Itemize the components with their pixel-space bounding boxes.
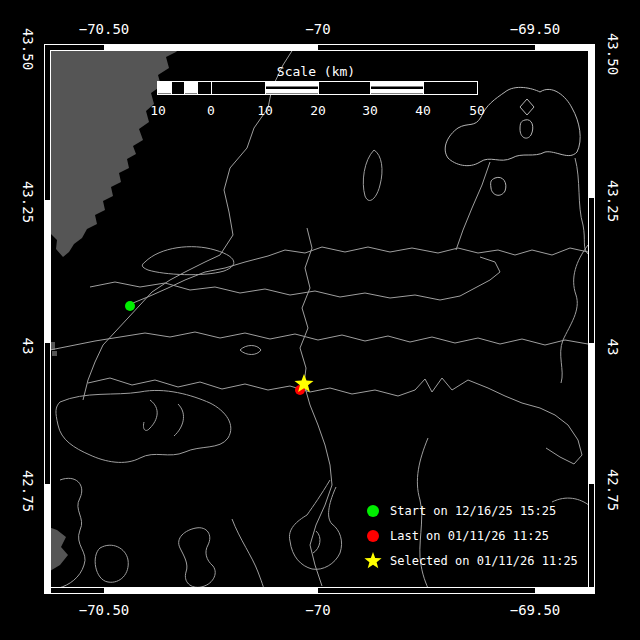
axis-label-right-lat-0: 43.50 bbox=[605, 33, 621, 75]
axis-label-left-lat-3: 42.75 bbox=[20, 470, 36, 512]
scale-bar bbox=[158, 81, 478, 95]
scale-tick-6: 50 bbox=[469, 103, 485, 118]
axis-label-top-lon-1: −70 bbox=[305, 21, 330, 37]
axis-label-right-lat-1: 43.25 bbox=[605, 180, 621, 222]
land-speck bbox=[52, 351, 57, 356]
legend-selected-label: Selected on 01/11/26 11:25 bbox=[390, 554, 578, 568]
land-area bbox=[46, 44, 184, 573]
axis-label-top-lon-0: −70.50 bbox=[79, 21, 130, 37]
scale-bar-title: Scale (km) bbox=[277, 64, 355, 79]
land-mainland bbox=[46, 44, 184, 257]
axis-label-left-lat-0: 43.50 bbox=[20, 28, 36, 70]
track-markers bbox=[125, 301, 314, 395]
axis-label-bottom-lon-2: −69.50 bbox=[510, 602, 561, 618]
legend-start-label: Start on 12/16/25 15:25 bbox=[390, 504, 556, 518]
legend-markers bbox=[364, 505, 381, 568]
axis-label-bottom-lon-1: −70 bbox=[305, 602, 330, 618]
axis-label-right-lat-2: 43 bbox=[605, 339, 621, 356]
axis-label-bottom-lon-0: −70.50 bbox=[79, 602, 130, 618]
island-contours bbox=[445, 87, 580, 195]
axis-label-left-lat-1: 43.25 bbox=[20, 181, 36, 223]
map-canvas bbox=[0, 0, 640, 640]
scale-tick-5: 40 bbox=[415, 103, 431, 118]
axis-label-right-lat-3: 42.75 bbox=[605, 469, 621, 511]
legend-selected-star-icon bbox=[364, 552, 381, 568]
legend-last-label: Last on 01/11/26 11:25 bbox=[390, 529, 549, 543]
legend-last-icon bbox=[367, 530, 379, 542]
scale-tick-0: 10 bbox=[150, 103, 166, 118]
drifter-track-map-page: −70.50 −70 −69.50 −70.50 −70 −69.50 43.5… bbox=[0, 0, 640, 640]
axis-label-top-lon-2: −69.50 bbox=[510, 21, 561, 37]
scale-tick-1: 0 bbox=[207, 103, 215, 118]
scale-tick-2: 10 bbox=[257, 103, 273, 118]
scale-tick-3: 20 bbox=[310, 103, 326, 118]
legend-start-icon bbox=[367, 505, 379, 517]
axis-label-left-lat-2: 43 bbox=[20, 338, 36, 355]
scale-tick-4: 30 bbox=[362, 103, 378, 118]
start-marker[interactable] bbox=[125, 301, 135, 311]
